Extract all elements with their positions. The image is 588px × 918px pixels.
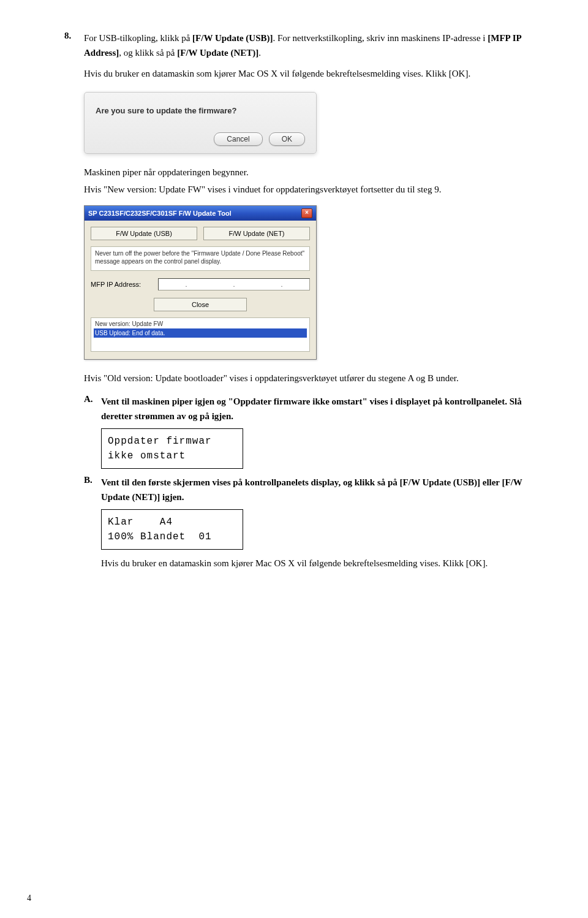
- fw-update-net-button[interactable]: F/W Update (NET): [203, 227, 310, 240]
- cancel-button[interactable]: Cancel: [214, 132, 262, 146]
- text: igjen.: [160, 492, 184, 502]
- status-log: New version: Update FW USB Upload: End o…: [91, 317, 310, 352]
- text: .: [258, 48, 261, 58]
- step8-mac-note: Hvis du bruker en datamaskin som kjører …: [84, 66, 539, 81]
- mac-confirm-dialog: Are you sure to update the firmware? Can…: [84, 92, 317, 154]
- window-title: SP C231SF/C232SF/C301SF F/W Update Tool: [88, 210, 232, 217]
- lcd-display-b: Klar A4 100% Blandet 01: [101, 509, 243, 550]
- close-button[interactable]: Close: [154, 298, 247, 311]
- dialog-text: Are you sure to update the firmware?: [96, 106, 305, 115]
- after-dialog-line2: Hvis "New version: Update FW" vises i vi…: [84, 182, 539, 197]
- text: . For nettverkstilkopling, skriv inn mas…: [273, 33, 488, 43]
- text: , og klikk så på: [119, 48, 177, 58]
- lcd-line: Klar A4: [108, 515, 236, 529]
- status-line: New version: Update FW: [94, 319, 307, 328]
- step-b-mac-note: Hvis du bruker en datamaskin som kjører …: [101, 556, 539, 571]
- text: .: [468, 69, 470, 78]
- ip-address-label: MFP IP Address:: [91, 281, 158, 288]
- step-a-text: Vent til maskinen piper igjen og "Oppdat…: [101, 394, 539, 423]
- step-b-letter: B.: [84, 475, 101, 504]
- ok-ref: [OK]: [466, 558, 486, 568]
- text: Hvis du bruker en datamaskin som kjører …: [84, 69, 449, 78]
- text: For USB-tilkopling, klikk på: [84, 33, 192, 43]
- fw-update-usb-button[interactable]: F/W Update (USB): [91, 227, 197, 240]
- fw-update-net-ref: [F/W Update (NET)]: [177, 48, 258, 58]
- firmware-tool-window: SP C231SF/C232SF/C301SF F/W Update Tool …: [84, 205, 317, 360]
- step8-paragraph: For USB-tilkopling, klikk på [F/W Update…: [84, 31, 539, 60]
- after-window-text: Hvis "Old version: Update bootloader" vi…: [84, 371, 539, 385]
- step-b-text: Vent til den første skjermen vises på ko…: [101, 475, 539, 504]
- warning-text: Never turn off the power before the "Fir…: [91, 246, 310, 271]
- lcd-line: Oppdater firmwar: [108, 434, 236, 449]
- step-a-letter: A.: [84, 394, 101, 423]
- page-number: 4: [27, 893, 31, 903]
- lcd-line: ikke omstart: [108, 449, 236, 463]
- text: Hvis du bruker en datamaskin som kjører …: [101, 558, 466, 568]
- text: .: [485, 558, 488, 568]
- after-dialog-line1: Maskinen piper når oppdateringen begynne…: [84, 165, 539, 180]
- ip-address-input[interactable]: ...: [158, 278, 310, 290]
- close-icon[interactable]: ×: [301, 208, 312, 218]
- lcd-line: 100% Blandet 01: [108, 529, 236, 544]
- ok-button[interactable]: OK: [269, 132, 305, 146]
- ok-ref: [OK]: [449, 69, 469, 78]
- lcd-display-a: Oppdater firmwar ikke omstart: [101, 428, 243, 469]
- text: Vent til den første skjermen vises på ko…: [101, 477, 400, 487]
- fw-update-usb-ref: [F/W Update (USB)]: [400, 477, 480, 487]
- fw-update-usb-ref: [F/W Update (USB)]: [192, 33, 273, 43]
- status-line-selected: USB Upload: End of data.: [94, 328, 307, 338]
- text: eller: [480, 477, 502, 487]
- step-number: 8.: [64, 31, 84, 63]
